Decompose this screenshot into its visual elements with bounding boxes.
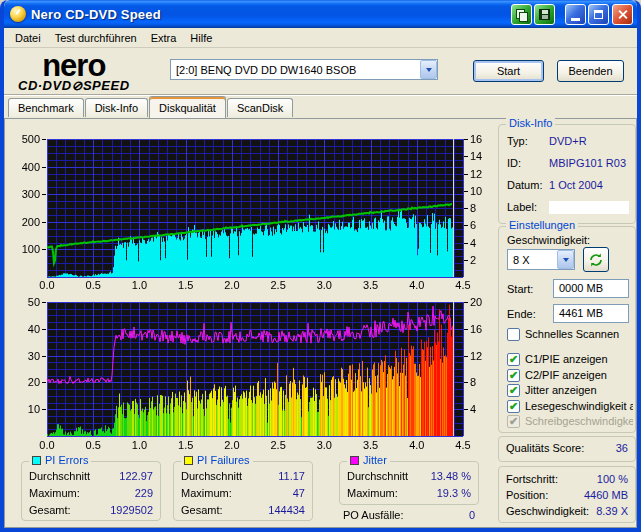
speed-row: Geschwindigkeit: 8.39 X [506, 505, 628, 517]
tab-disk-info[interactable]: Disk-Info [85, 98, 148, 117]
client-area: Datei Test durchführen Extra Hilfe nero … [4, 28, 637, 528]
nero-logo: nero CD·DVD⊘SPEED [18, 50, 130, 92]
start-input[interactable]: 0000 MB [553, 279, 629, 298]
nero-logo-subtext: CD·DVD⊘SPEED [18, 79, 130, 92]
settings-group: Einstellungen Geschwindigkeit: 8 X Start… [498, 226, 636, 433]
checkbox-c1-pie[interactable]: ✔ [507, 353, 520, 366]
checkbox-c1-pie-row: ✔C1/PIE anzeigen [507, 352, 633, 366]
checkbox-c2-pif-label: C2/PIF anzeigen [525, 369, 607, 381]
quit-button[interactable]: Beenden [557, 60, 624, 82]
tab-diskqualitaet[interactable]: Diskqualität [149, 96, 226, 118]
speed-label: Geschwindigkeit: [507, 234, 590, 246]
checkbox-schnelles-scannen-label: Schnelles Scannen [525, 328, 619, 340]
menubar: Datei Test durchführen Extra Hilfe [4, 28, 637, 48]
close-button[interactable] [612, 4, 633, 25]
quality-score-value: 36 [616, 442, 628, 454]
disk-id-row: ID: MBIPG101 R03 [507, 157, 629, 169]
checkbox-schreibgeschwindigkeit[interactable]: ✔ [507, 415, 520, 428]
position-row: Position: 4460 MB [506, 489, 628, 501]
drive-select-value: [2:0] BENQ DVD DD DW1640 BSOB [171, 64, 420, 76]
progress-row: Fortschritt: 100 % [506, 473, 628, 485]
diskqualitaet-page: Disk-Info Typ: DVD+R ID: MBIPG101 R03 Da… [4, 118, 637, 528]
pi-errors-speed-chart [7, 127, 495, 293]
checkbox-c2-pif[interactable]: ✔ [507, 369, 520, 382]
disk-type-row: Typ: DVD+R [507, 135, 629, 147]
disk-info-group: Disk-Info Typ: DVD+R ID: MBIPG101 R03 Da… [498, 124, 636, 224]
checkbox-jitter-label: Jitter anzeigen [525, 384, 597, 396]
save-icon [539, 9, 550, 20]
checkbox-c2-pif-row: ✔C2/PIF anzeigen [507, 368, 633, 382]
minimize-button[interactable] [565, 4, 586, 25]
disk-date-row: Datum: 1 Oct 2004 [507, 179, 629, 191]
po-failures-row: PO Ausfälle: 0 [343, 509, 479, 521]
menu-extra[interactable]: Extra [144, 30, 184, 46]
menu-hilfe[interactable]: Hilfe [183, 30, 219, 46]
checkbox-lesegeschwindigkeit-row: ✔Lesegeschwindigkeit a [507, 399, 633, 413]
menu-test-durchfuehren[interactable]: Test durchführen [48, 30, 144, 46]
speed-select-value: 8 X [508, 254, 557, 266]
jitter-group: Jitter Durchschnitt13.48 % Maximum:19.3 … [339, 461, 479, 505]
scan-end-row: Ende: 4461 MB [507, 304, 629, 323]
titlebar: Nero CD-DVD Speed [4, 0, 637, 28]
pi-failures-group: PI Failures Durchschnitt11.17 Maximum:47… [173, 461, 313, 521]
pi-failures-legend-swatch [184, 456, 193, 465]
checkbox-schreibgeschwindigkeit-row: ✔Schreibgeschwindigkei [507, 414, 633, 428]
speed-select[interactable]: 8 X [507, 249, 575, 270]
save-button[interactable] [534, 4, 555, 25]
tab-benchmark[interactable]: Benchmark [8, 98, 84, 117]
pi-failures-jitter-chart [7, 293, 495, 455]
checkbox-schnelles-scannen[interactable] [507, 328, 520, 341]
tabstrip: Benchmark Disk-Info Diskqualität ScanDis… [4, 95, 637, 117]
app-window: Nero CD-DVD Speed Datei Test durchführen… [0, 0, 641, 532]
app-icon [10, 6, 26, 22]
drive-select[interactable]: [2:0] BENQ DVD DD DW1640 BSOB [170, 59, 438, 80]
checkbox-schnelles-scannen-row: Schnelles Scannen [507, 327, 633, 341]
maximize-button[interactable] [588, 4, 609, 25]
window-title: Nero CD-DVD Speed [31, 7, 511, 22]
checkbox-jitter[interactable]: ✔ [507, 384, 520, 397]
refresh-button[interactable] [583, 247, 609, 272]
checkbox-c1-pie-label: C1/PIE anzeigen [525, 353, 608, 365]
menu-datei[interactable]: Datei [8, 30, 48, 46]
progress-group: Fortschritt: 100 % Position: 4460 MB Ges… [498, 466, 636, 523]
checkbox-lesegeschwindigkeit[interactable]: ✔ [507, 400, 520, 413]
maximize-icon [594, 10, 603, 19]
pi-errors-group: PI Errors Durchschnitt122.97 Maximum:229… [21, 461, 161, 521]
quality-score-group: Qualitäts Score: 36 [498, 436, 636, 462]
tab-scandisk[interactable]: ScanDisk [227, 98, 293, 117]
minimize-icon [571, 18, 580, 21]
start-button[interactable]: Start [473, 60, 544, 82]
quality-score-row: Qualitäts Score: 36 [506, 442, 628, 454]
close-icon [617, 9, 628, 20]
pi-errors-legend-swatch [32, 456, 41, 465]
header: nero CD·DVD⊘SPEED [2:0] BENQ DVD DD DW16… [4, 48, 637, 95]
disk-label-row: Label: [507, 201, 629, 214]
titlebar-buttons [511, 4, 633, 25]
chevron-down-icon[interactable] [420, 60, 437, 79]
nero-logo-text: nero [18, 50, 130, 81]
copy-button[interactable] [511, 4, 532, 25]
scan-start-row: Start: 0000 MB [507, 279, 629, 298]
chevron-down-icon[interactable] [557, 250, 574, 269]
copy-icon [516, 9, 527, 20]
checkbox-jitter-row: ✔Jitter anzeigen [507, 383, 633, 397]
checkbox-schreibgeschwindigkeit-label: Schreibgeschwindigkei [525, 415, 633, 427]
settings-title: Einstellungen [506, 219, 578, 231]
disk-info-title: Disk-Info [506, 117, 555, 129]
jitter-legend-swatch [350, 456, 359, 465]
label-field[interactable] [549, 201, 629, 214]
checkbox-lesegeschwindigkeit-label: Lesegeschwindigkeit a [525, 400, 633, 412]
end-input[interactable]: 4461 MB [553, 304, 629, 323]
refresh-icon [588, 252, 604, 268]
